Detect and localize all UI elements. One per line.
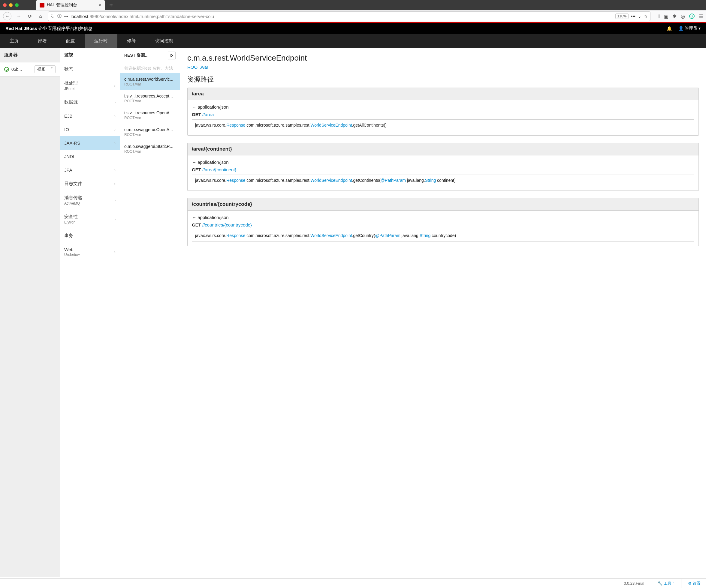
path-header: /area: [188, 88, 699, 100]
signature-box: javax.ws.rs.core.Response com.microsoft.…: [192, 119, 694, 131]
notifications-icon[interactable]: 🔔: [667, 26, 672, 31]
chevron-right-icon: ›: [114, 100, 116, 104]
extension-icon[interactable]: ✱: [673, 13, 676, 19]
status-ok-icon: [4, 67, 9, 72]
traffic-light-minimize-icon[interactable]: [9, 3, 13, 7]
server-row[interactable]: 05b... 视图˅: [0, 62, 60, 77]
chevron-right-icon: ›: [114, 250, 116, 254]
column-title: 监视: [60, 48, 120, 62]
bookmark-icon[interactable]: ☆: [644, 14, 648, 18]
library-icon[interactable]: ⫴: [658, 13, 660, 19]
nav-主页[interactable]: 主页: [0, 34, 28, 48]
user-icon: 👤: [678, 26, 683, 31]
home-button[interactable]: ⌂: [37, 13, 44, 19]
consumes-label: ← application/json: [192, 215, 694, 220]
pocket-icon[interactable]: ⌄: [638, 14, 641, 18]
column-rest-resources: REST 资源... ⟳ c.m.a.s.rest.WorldServic...…: [120, 48, 180, 577]
traffic-light-zoom-icon[interactable]: [15, 3, 18, 7]
grammarly-icon[interactable]: G: [689, 13, 695, 19]
path-link[interactable]: //area/{continent}: [202, 167, 236, 172]
finder: 服务器 05b... 视图˅ 监视 状态批处理JBeret›数据源›EJB›IO…: [0, 48, 706, 577]
chevron-right-icon: ›: [114, 127, 116, 132]
monitor-item[interactable]: JPA›: [60, 163, 120, 177]
reader-icon[interactable]: ▣: [664, 13, 668, 19]
back-button[interactable]: ←: [3, 12, 11, 20]
resource-item[interactable]: o.m.o.swaggerui.OpenA...ROOT.war: [120, 124, 180, 140]
signature-box: javax.ws.rs.core.Response com.microsoft.…: [192, 175, 694, 186]
deployment-link[interactable]: ROOT.war: [187, 65, 208, 70]
signature-box: javax.ws.rs.core.Response com.microsoft.…: [192, 230, 694, 242]
titlebar: HAL 管理控制台 × +: [0, 0, 706, 10]
nav-部署[interactable]: 部署: [28, 34, 56, 48]
consumes-label: ← application/json: [192, 104, 694, 110]
nav-访问控制[interactable]: 访问控制: [146, 34, 183, 48]
key-icon: ⊶: [64, 14, 68, 18]
nav-修补[interactable]: 修补: [117, 34, 146, 48]
favicon-icon: [40, 3, 44, 7]
monitor-item[interactable]: 安全性Elytron›: [60, 210, 120, 228]
monitor-item[interactable]: 事务: [60, 228, 120, 243]
monitor-item[interactable]: 消息传递ActiveMQ›: [60, 191, 120, 210]
detail-heading: c.m.a.s.rest.WorldServiceEndpoint: [187, 53, 699, 63]
detail-pane: c.m.a.s.rest.WorldServiceEndpoint ROOT.w…: [180, 48, 706, 577]
monitor-item[interactable]: IO›: [60, 123, 120, 136]
tab-close-icon[interactable]: ×: [99, 2, 102, 8]
browser-toolbar: ← → ⟳ ⌂ 🛡 ⓘ ⊶ localhost:9990/console/ind…: [0, 10, 706, 22]
consumes-label: ← application/json: [192, 160, 694, 165]
monitor-item[interactable]: WebUndertow›: [60, 243, 120, 261]
address-bar[interactable]: 🛡 ⓘ ⊶ localhost:9990/console/index.html#…: [48, 11, 651, 21]
resource-item[interactable]: i.s.v.j.i.resources.OpenA...ROOT.war: [120, 107, 180, 124]
path-link[interactable]: //area: [202, 112, 214, 117]
chevron-right-icon: ›: [114, 181, 116, 186]
chevron-right-icon: ›: [114, 198, 116, 203]
chevron-right-icon: ›: [114, 141, 116, 145]
column-monitor: 监视 状态批处理JBeret›数据源›EJB›IO›JAX-RS›JNDIJPA…: [60, 48, 120, 577]
path-header: /countries/{countrycode}: [188, 198, 699, 211]
chevron-right-icon: ›: [114, 83, 116, 88]
shield-icon: 🛡: [51, 14, 55, 18]
view-dropdown[interactable]: 视图˅: [35, 66, 55, 73]
monitor-item[interactable]: JAX-RS›: [60, 136, 120, 150]
new-tab-button[interactable]: +: [108, 1, 115, 9]
monitor-item[interactable]: JNDI: [60, 150, 120, 163]
account-icon[interactable]: ◎: [681, 13, 685, 19]
path-link[interactable]: //countries/{countrycode}: [202, 222, 252, 227]
monitor-item[interactable]: 状态: [60, 62, 120, 76]
zoom-badge[interactable]: 110%: [615, 13, 629, 19]
refresh-button[interactable]: ⟳: [168, 52, 175, 59]
path-card: /area← application/jsonGET //areajavax.w…: [187, 88, 699, 136]
nav-配置[interactable]: 配置: [56, 34, 85, 48]
resource-item[interactable]: c.m.a.s.rest.WorldServic...ROOT.war: [120, 73, 180, 90]
browser-tab[interactable]: HAL 管理控制台 ×: [36, 0, 105, 10]
monitor-item[interactable]: 数据源›: [60, 95, 120, 109]
method-line: GET //countries/{countrycode}: [192, 222, 694, 227]
chevron-right-icon: ›: [114, 217, 116, 221]
section-title: 资源路径: [187, 75, 699, 84]
reload-button[interactable]: ⟳: [27, 13, 33, 19]
path-card: /area/{continent}← application/jsonGET /…: [187, 143, 699, 191]
tab-title: HAL 管理控制台: [47, 2, 77, 8]
column-title: REST 资源...: [124, 53, 149, 58]
browser-chrome: HAL 管理控制台 × + ← → ⟳ ⌂ 🛡 ⓘ ⊶ localhost:99…: [0, 0, 706, 22]
chevron-right-icon: ›: [114, 114, 116, 118]
monitor-item[interactable]: EJB›: [60, 109, 120, 123]
nav-运行时[interactable]: 运行时: [85, 34, 117, 48]
resource-item[interactable]: o.m.o.swaggerui.StaticR...ROOT.war: [120, 140, 180, 157]
resource-item[interactable]: i.s.v.j.i.resources.Accept...ROOT.war: [120, 90, 180, 107]
more-icon[interactable]: •••: [631, 14, 635, 18]
method-line: GET //area: [192, 112, 694, 117]
menu-icon[interactable]: ☰: [699, 13, 703, 19]
forward-button[interactable]: →: [15, 13, 22, 19]
column-servers: 服务器 05b... 视图˅: [0, 48, 60, 577]
user-menu[interactable]: 👤 管理员 ▾: [678, 26, 701, 31]
path-header: /area/{continent}: [188, 143, 699, 155]
chevron-right-icon: ›: [114, 168, 116, 172]
path-card: /countries/{countrycode}← application/js…: [187, 198, 699, 246]
url-text: localhost:9990/console/index.html#runtim…: [71, 14, 613, 19]
monitor-item[interactable]: 日志文件›: [60, 177, 120, 191]
main-nav: 主页部署配置运行时修补访问控制: [0, 34, 706, 48]
monitor-item[interactable]: 批处理JBeret›: [60, 76, 120, 95]
filter-input[interactable]: [120, 63, 180, 73]
server-name: 05b...: [11, 67, 22, 72]
traffic-light-close-icon[interactable]: [3, 3, 7, 7]
